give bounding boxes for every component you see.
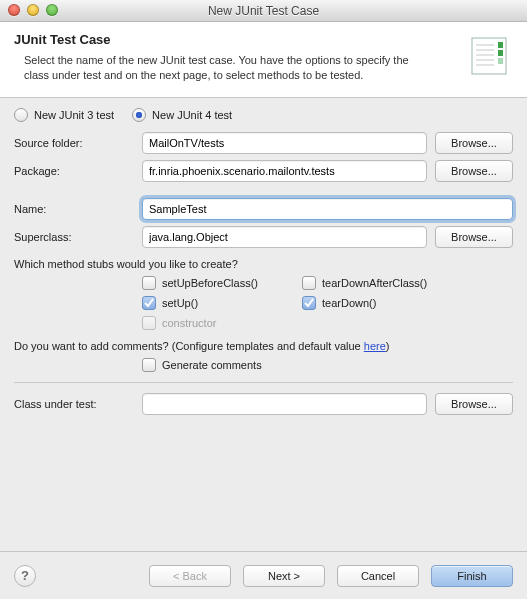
setupbefore-checkbox[interactable]: setUpBeforeClass() (142, 276, 302, 290)
page-title: JUnit Test Case (14, 32, 457, 47)
wizard-content: New JUnit 3 test New JUnit 4 test Source… (0, 98, 527, 427)
stubs-question: Which method stubs would you like to cre… (14, 258, 513, 270)
class-under-test-input[interactable] (142, 393, 427, 415)
teardown-checkbox[interactable]: tearDown() (302, 296, 462, 310)
setup-label: setUp() (162, 297, 198, 309)
titlebar: New JUnit Test Case (0, 0, 527, 22)
wizard-header: JUnit Test Case Select the name of the n… (0, 22, 527, 98)
back-button: < Back (149, 565, 231, 587)
package-browse-button[interactable]: Browse... (435, 160, 513, 182)
junit-icon (465, 32, 513, 80)
teardownafter-checkbox[interactable]: tearDownAfterClass() (302, 276, 462, 290)
next-button[interactable]: Next > (243, 565, 325, 587)
name-label: Name: (14, 203, 142, 215)
package-label: Package: (14, 165, 142, 177)
window-controls (8, 4, 58, 16)
superclass-input[interactable] (142, 226, 427, 248)
finish-button[interactable]: Finish (431, 565, 513, 587)
superclass-label: Superclass: (14, 231, 142, 243)
window-title: New JUnit Test Case (208, 4, 319, 18)
comments-question: Do you want to add comments? (Configure … (14, 340, 513, 352)
configure-link[interactable]: here (364, 340, 386, 352)
class-under-test-browse-button[interactable]: Browse... (435, 393, 513, 415)
page-description: Select the name of the new JUnit test ca… (14, 53, 434, 83)
name-input[interactable] (142, 198, 513, 220)
teardownafter-label: tearDownAfterClass() (322, 277, 427, 289)
svg-rect-1 (498, 42, 503, 48)
setup-checkbox[interactable]: setUp() (142, 296, 302, 310)
generate-comments-label: Generate comments (162, 359, 262, 371)
help-button[interactable]: ? (14, 565, 36, 587)
junit4-radio[interactable]: New JUnit 4 test (132, 108, 232, 122)
generate-comments-checkbox[interactable]: Generate comments (142, 358, 262, 372)
superclass-browse-button[interactable]: Browse... (435, 226, 513, 248)
source-folder-browse-button[interactable]: Browse... (435, 132, 513, 154)
svg-rect-2 (498, 50, 503, 56)
wizard-footer: ? < Back Next > Cancel Finish (0, 551, 527, 599)
zoom-icon[interactable] (46, 4, 58, 16)
svg-rect-3 (498, 58, 503, 64)
package-input[interactable] (142, 160, 427, 182)
setupbefore-label: setUpBeforeClass() (162, 277, 258, 289)
minimize-icon[interactable] (27, 4, 39, 16)
divider (14, 382, 513, 383)
junit3-radio[interactable]: New JUnit 3 test (14, 108, 114, 122)
constructor-label: constructor (162, 317, 216, 329)
constructor-checkbox: constructor (142, 316, 302, 330)
source-folder-input[interactable] (142, 132, 427, 154)
source-folder-label: Source folder: (14, 137, 142, 149)
cancel-button[interactable]: Cancel (337, 565, 419, 587)
junit4-radio-label: New JUnit 4 test (152, 109, 232, 121)
junit3-radio-label: New JUnit 3 test (34, 109, 114, 121)
class-under-test-label: Class under test: (14, 398, 142, 410)
teardown-label: tearDown() (322, 297, 376, 309)
close-icon[interactable] (8, 4, 20, 16)
